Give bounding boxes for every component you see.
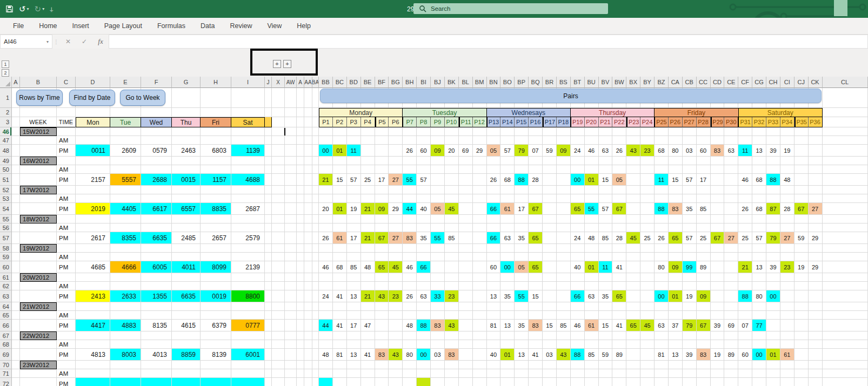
cell[interactable] [304, 88, 312, 108]
pair-header-p29[interactable]: P29 [711, 117, 725, 127]
day-group-mon[interactable]: Monday [319, 108, 403, 117]
pair-value-cell-p11[interactable] [459, 127, 473, 136]
cell[interactable] [285, 311, 297, 320]
pair-value-cell-p16[interactable] [529, 369, 543, 378]
column-header-BX[interactable]: BX [626, 77, 640, 88]
pair-value-cell-p26[interactable] [669, 331, 683, 340]
pair-value-cell-p36[interactable] [809, 290, 823, 302]
week-cell[interactable]: 16W2012 [20, 157, 57, 165]
cell[interactable] [312, 349, 319, 361]
pair-value-cell-p5[interactable] [375, 253, 389, 261]
day-value-cell[interactable]: 0019 [201, 290, 231, 302]
day-value-cell[interactable] [201, 186, 231, 194]
pair-value-cell-p19[interactable]: 24 [571, 232, 585, 244]
cell[interactable] [272, 253, 285, 261]
cell[interactable] [172, 108, 201, 117]
pair-value-cell-p22[interactable] [612, 273, 626, 282]
column-header-E[interactable]: E [110, 77, 141, 88]
pair-value-cell-p25[interactable] [655, 224, 669, 232]
pair-value-cell-p16[interactable] [529, 378, 543, 386]
pair-value-cell-p20[interactable]: 61 [585, 320, 599, 331]
day-value-cell[interactable] [141, 378, 172, 386]
pair-value-cell-p35[interactable] [794, 136, 809, 145]
cell[interactable] [312, 290, 319, 302]
time-cell[interactable] [57, 361, 76, 369]
pair-value-cell-p29[interactable] [711, 244, 725, 253]
cell[interactable] [265, 127, 272, 136]
pair-value-cell-p30[interactable]: 27 [724, 232, 738, 244]
pair-value-cell-p24[interactable]: 45 [640, 320, 655, 331]
column-header-D[interactable]: D [76, 77, 110, 88]
pair-value-cell-p6[interactable] [389, 302, 403, 311]
pair-value-cell-p33[interactable]: 39 [766, 145, 780, 157]
pair-value-cell-p32[interactable]: 13 [752, 261, 766, 273]
pair-value-cell-p9[interactable]: 55 [431, 232, 445, 244]
pair-value-cell-p27[interactable]: 03 [683, 145, 697, 157]
pair-value-cell-p28[interactable]: 67 [697, 320, 711, 331]
cell[interactable] [272, 215, 285, 224]
pair-value-cell-p10[interactable]: 83 [445, 349, 459, 361]
pair-value-cell-p12[interactable] [473, 174, 487, 186]
week-column-header[interactable]: WEEK [20, 117, 57, 127]
time-cell[interactable]: AM [57, 340, 76, 349]
pair-header-p30[interactable]: P30 [724, 117, 738, 127]
pair-value-cell-p31[interactable] [738, 369, 752, 378]
column-header-CJ[interactable]: CJ [794, 77, 809, 88]
day-value-cell[interactable]: 1157 [201, 174, 231, 186]
cell[interactable] [20, 282, 57, 290]
pair-header-p2[interactable]: P2 [333, 117, 347, 127]
pair-value-cell-p10[interactable]: 23 [445, 290, 459, 302]
row-number-56[interactable]: 56 [0, 224, 12, 232]
pair-value-cell-p18[interactable] [557, 302, 571, 311]
pair-header-p26[interactable]: P26 [669, 117, 683, 127]
cell[interactable] [285, 369, 297, 378]
pair-value-cell-p36[interactable] [809, 349, 823, 361]
pair-value-cell-p32[interactable]: 00 [752, 349, 766, 361]
pair-value-cell-p36[interactable] [809, 127, 823, 136]
cell[interactable] [20, 261, 57, 273]
day-value-cell[interactable] [76, 215, 110, 224]
day-value-cell[interactable] [110, 340, 141, 349]
pair-value-cell-p32[interactable]: 77 [752, 320, 766, 331]
pair-value-cell-p26[interactable] [669, 194, 683, 203]
pair-value-cell-p5[interactable] [375, 331, 389, 340]
pair-value-cell-p29[interactable]: 19 [711, 349, 725, 361]
pair-value-cell-p35[interactable] [794, 244, 809, 253]
pair-value-cell-p14[interactable] [500, 331, 515, 340]
pair-value-cell-p19[interactable] [571, 215, 585, 224]
pair-value-cell-p13[interactable] [487, 253, 501, 261]
cell[interactable] [312, 165, 319, 174]
redo-dropdown-icon[interactable]: ▾ [42, 7, 44, 11]
pair-value-cell-p12[interactable] [473, 361, 487, 369]
day-value-cell[interactable] [76, 186, 110, 194]
pair-value-cell-p25[interactable] [655, 194, 669, 203]
cell[interactable] [12, 232, 20, 244]
pair-value-cell-p7[interactable] [403, 331, 417, 340]
pair-value-cell-p18[interactable]: 43 [557, 349, 571, 361]
pair-header-p18[interactable]: P18 [557, 117, 571, 127]
pair-value-cell-p5[interactable] [375, 194, 389, 203]
pair-value-cell-p15[interactable] [515, 282, 529, 290]
pair-value-cell-p15[interactable] [515, 302, 529, 311]
cell[interactable] [272, 165, 285, 174]
column-header-BN[interactable]: BN [487, 77, 501, 88]
cell[interactable] [304, 194, 312, 203]
day-value-cell[interactable]: 2463 [172, 145, 201, 157]
pair-value-cell-p25[interactable] [655, 186, 669, 194]
pair-value-cell-p11[interactable] [459, 282, 473, 290]
pair-value-cell-p22[interactable] [612, 253, 626, 261]
cell[interactable] [265, 361, 272, 369]
pair-value-cell-p33[interactable] [766, 194, 780, 203]
pair-value-cell-p4[interactable] [361, 136, 375, 145]
pair-value-cell-p20[interactable] [585, 215, 599, 224]
pair-value-cell-p17[interactable] [543, 340, 557, 349]
pair-header-p10[interactable]: P10 [445, 117, 459, 127]
pair-value-cell-p17[interactable] [543, 253, 557, 261]
pair-value-cell-p30[interactable] [724, 165, 738, 174]
day-value-cell[interactable]: 2157 [76, 174, 110, 186]
pair-value-cell-p18[interactable] [557, 194, 571, 203]
cell[interactable] [312, 157, 319, 165]
pair-value-cell-p15[interactable] [515, 194, 529, 203]
cell[interactable] [265, 378, 272, 386]
pair-value-cell-p2[interactable] [333, 378, 347, 386]
